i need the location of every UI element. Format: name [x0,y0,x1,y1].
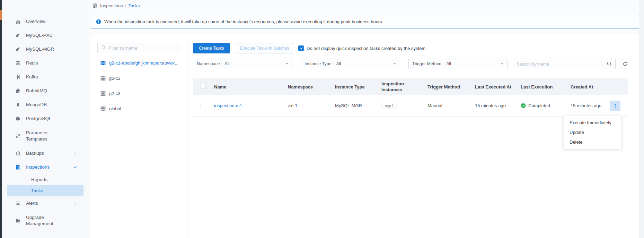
trigger-method-filter-dropdown[interactable]: Trigger Method : All [408,59,508,69]
cluster-item[interactable]: global [91,101,187,116]
menu-item-delete[interactable]: Delete [564,137,621,147]
cluster-item[interactable]: g2-c3 [91,86,187,101]
breadcrumb-section[interactable]: Inspections [100,3,123,8]
create-tasks-button[interactable]: Create Tasks [193,43,230,53]
status-text: Completed [528,103,550,108]
table-row: inspection-m1 zxl-1 MySQL-MGR mgr1 Manua… [193,95,628,117]
sidebar-item-tasks[interactable]: Tasks [7,185,83,196]
sidebar-item-label: Backups [26,150,44,156]
success-check-icon [521,103,526,108]
sidebar-item-postgresql[interactable]: PostgreSQL [2,112,87,126]
cluster-name: g2-c3 [109,91,121,96]
task-search-input[interactable] [517,61,596,67]
row-actions-button[interactable] [610,101,620,111]
checkbox-label: Do not display quick inspection tasks cr… [307,46,425,51]
task-name-link[interactable]: inspection-m1 [214,103,242,108]
cluster-panel: g2-c1-abcdefghijklmnopqrstuvwx...g2-c2g2… [91,34,187,238]
column-header: Created At [571,84,610,90]
breadcrumb: Inspections / Tasks [92,3,140,8]
caret-down-icon [393,62,396,66]
rabbit-icon [15,88,21,94]
sidebar-item-parameter-templates[interactable]: Parameter Templates [2,126,87,146]
sidebar-item-label: MySQL-MGR [26,46,54,52]
row-actions-menu: Execute Immediately Update Delete [563,115,621,149]
server-icon [100,75,106,81]
app-window: OverviewMySQL-PXCMySQL-MGRRedisKafkaRabb… [0,0,644,238]
cell-last-executed-at: 15 minutes ago [475,103,521,108]
breadcrumb-current[interactable]: Tasks [128,3,140,8]
chevron-down-icon [73,165,77,169]
page-right-gutter [639,0,644,238]
sidebar-item-label: MySQL-PXC [26,32,53,39]
row-checkbox[interactable] [201,103,201,109]
table-header: Name Namespace Instance Type Inspection … [193,78,628,95]
sidebar-item-overview[interactable]: Overview [2,15,87,28]
bar-chart-icon [15,19,21,25]
cell-created-at: 15 minutes ago [571,103,610,108]
execute-batches-button[interactable]: Execute Tasks in Batches [235,43,294,53]
sidebar-item-inspections[interactable]: Inspections [2,160,87,174]
dropdown-label: Trigger Method : [412,61,444,66]
instance-tag: mgr1 [381,103,397,109]
dropdown-value: All [336,61,341,66]
alarm-icon [15,201,21,206]
refresh-button[interactable] [620,59,630,69]
checkbox-checked-icon[interactable] [298,45,304,51]
sidebar-item-upgrade-management[interactable]: Upgrade Management [2,210,87,231]
cluster-name: g2-c2 [109,76,121,81]
sidebar-item-label: Upgrade Management [26,214,67,227]
sidebar-item-label: Overview [26,18,45,25]
caret-down-icon [501,62,504,66]
sidebar-item-label: Reports [31,177,47,183]
sidebar-item-label: Tasks [31,188,43,194]
search-icon[interactable] [607,61,612,67]
tasks-table: Name Namespace Instance Type Inspection … [193,78,628,117]
task-search [513,59,616,69]
sidebar-item-alerts[interactable]: Alerts [2,196,87,210]
sidebar-item-reports[interactable]: Reports [2,174,87,185]
sidebar-item-mysql-pxc[interactable]: MySQL-PXC [2,28,87,42]
sidebar-item-mongodb[interactable]: MongoDB [2,98,87,112]
sidebar-item-redis[interactable]: Redis [2,56,87,70]
sidebar-item-kafka[interactable]: Kafka [2,70,87,84]
sidebar-item-label: MongoDB [26,102,47,108]
breadcrumb-separator: / [125,3,126,8]
rail-accent-mark [0,10,2,20]
dolphin-icon [15,33,21,39]
column-header: Trigger Method [427,84,475,90]
dropdown-label: Namespace : [197,61,222,66]
namespace-filter-dropdown[interactable]: Namespace : All [193,59,292,69]
dolphin-icon [15,46,21,52]
cluster-name: global [109,106,121,111]
column-header: Inspection Instances [381,81,427,93]
elephant-icon [15,116,21,122]
cell-trigger-method: Manual [427,103,475,108]
sidebar-item-label: Parameter Templates [26,130,67,142]
menu-item-update[interactable]: Update [564,127,621,137]
chevron-right-icon [73,152,77,155]
leaf-icon [15,102,21,108]
info-banner-text: When the inspection task is executed, it… [104,19,383,24]
sliders-icon [15,133,21,139]
sidebar-item-rabbitmq[interactable]: RabbitMQ [2,84,87,98]
server-icon [100,106,106,112]
sidebar-item-mysql-mgr[interactable]: MySQL-MGR [2,42,87,56]
collapsed-rail [0,0,2,238]
cell-last-execution: Completed [521,103,571,108]
kafka-icon [15,74,21,80]
sidebar-item-backups[interactable]: Backups [2,146,87,160]
instance-type-filter-dropdown[interactable]: Instance Type : All [301,59,400,69]
cluster-item[interactable]: g2-c2 [91,70,187,86]
cluster-filter-input[interactable] [109,45,175,51]
select-all-checkbox[interactable] [201,84,206,89]
cluster-list: g2-c1-abcdefghijklmnopqrstuvwx...g2-c2g2… [91,55,187,116]
chevron-right-icon [73,202,77,205]
content-card: g2-c1-abcdefghijklmnopqrstuvwx...g2-c2g2… [91,34,639,238]
column-header: Name [214,84,288,90]
hide-system-tasks-checkbox[interactable]: Do not display quick inspection tasks cr… [298,45,425,51]
sidebar-item-label: RabbitMQ [26,88,47,94]
cluster-item[interactable]: g2-c1-abcdefghijklmnopqrstuvwx... [91,55,187,70]
menu-item-execute-immediately[interactable]: Execute Immediately [564,118,621,127]
dropdown-label: Instance Type : [305,61,334,66]
column-header: Last Execution [521,84,571,90]
